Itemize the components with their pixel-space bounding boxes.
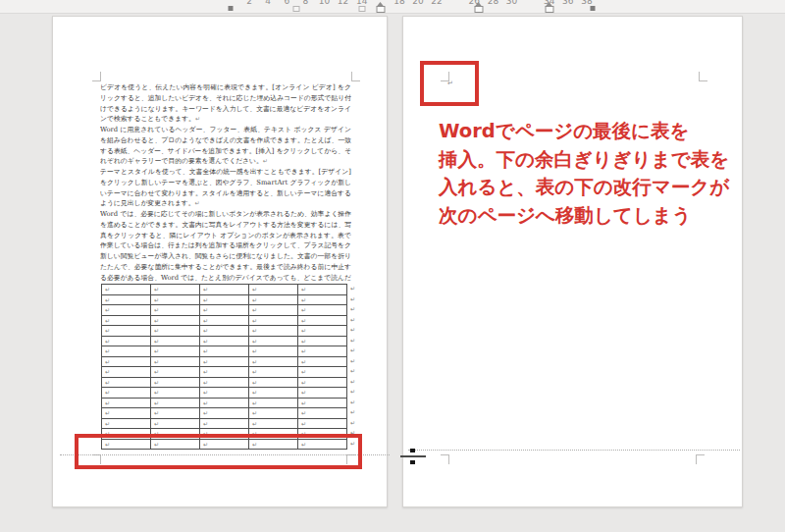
table-cell[interactable]: ↵	[200, 399, 249, 409]
table-cell[interactable]: ↵	[102, 305, 151, 316]
horizontal-ruler[interactable]: 2468101214182022262830343638	[0, 0, 785, 14]
table-cell[interactable]: ↵	[151, 305, 200, 316]
indent-marker-icon[interactable]	[545, 6, 553, 13]
table-cell[interactable]: ↵	[249, 295, 298, 306]
text-boundary-mark-bottom-right	[696, 454, 705, 464]
table-cell[interactable]: ↵	[249, 367, 298, 378]
table-cell[interactable]: ↵	[249, 305, 298, 316]
ruler-tick: 2	[246, 0, 252, 6]
table-cell[interactable]: ↵	[249, 408, 298, 419]
ruler-marker-icon[interactable]	[590, 6, 595, 11]
table-cell[interactable]: ↵	[151, 419, 200, 430]
table-cell[interactable]: ↵	[200, 388, 249, 399]
table-cell[interactable]: ↵	[102, 408, 151, 419]
paragraph[interactable]: ビデオを使うと、伝えたい内容を明確に表現できます。[オンライン ビデオ] をクリ…	[100, 82, 351, 125]
table-cell[interactable]: ↵	[151, 378, 200, 389]
table-cell[interactable]: ↵	[200, 367, 249, 378]
paragraph[interactable]: 新しい閲覧ビューが導入され、閲覧もさらに便利になりました。文書の一部を折りたたん…	[100, 251, 351, 283]
table-cell[interactable]: ↵	[298, 408, 347, 419]
document-page-2[interactable]: ↵ Wordでページの最後に表を挿入。下の余白ぎりぎりまで表を入れると、表の下の…	[402, 16, 743, 507]
table-cell[interactable]: ↵	[151, 285, 200, 295]
indent-marker-icon[interactable]	[475, 6, 484, 13]
table-cell[interactable]: ↵	[200, 305, 249, 316]
paragraph[interactable]: Word では、必要に応じてその場に新しいボタンが表示されるため、効率よく操作を…	[100, 209, 351, 251]
ruler-marker-icon[interactable]	[229, 6, 234, 11]
table-cell[interactable]: ↵	[249, 326, 298, 337]
table-cell[interactable]: ↵	[200, 378, 249, 389]
table-cell[interactable]: ↵	[298, 326, 347, 337]
row-end-mark: ↵	[350, 356, 355, 367]
table-cell[interactable]: ↵	[249, 337, 298, 347]
table-cell[interactable]: ↵	[298, 419, 347, 430]
paragraph[interactable]: Word に用意されているヘッダー、フッター、表紙、テキスト ボックス デザイン…	[100, 125, 351, 167]
table-cell[interactable]: ↵	[200, 408, 249, 419]
table-cell[interactable]: ↵	[151, 408, 200, 419]
table-cell[interactable]: ↵	[298, 346, 347, 357]
table-cell[interactable]: ↵	[249, 357, 298, 368]
table-cell[interactable]: ↵	[102, 399, 151, 409]
table-cell[interactable]: ↵	[249, 316, 298, 327]
table-cell[interactable]: ↵	[249, 399, 298, 409]
table-cell[interactable]: ↵	[102, 285, 151, 295]
table-cell[interactable]: ↵	[102, 326, 151, 337]
table-cell[interactable]: ↵	[298, 367, 347, 378]
table-cell[interactable]: ↵	[200, 337, 249, 347]
table-cell[interactable]: ↵	[249, 378, 298, 389]
table-cell[interactable]: ↵	[102, 378, 151, 389]
table-cell[interactable]: ↵	[102, 388, 151, 399]
table-cell[interactable]: ↵	[298, 337, 347, 347]
ruler-marker-icon[interactable]	[292, 6, 299, 12]
row-end-mark: ↵	[350, 294, 355, 305]
table-cell[interactable]: ↵	[249, 388, 298, 399]
table-cell[interactable]: ↵	[298, 316, 347, 327]
table-cell[interactable]: ↵	[200, 357, 249, 368]
table-cell[interactable]: ↵	[102, 295, 151, 306]
table-cell[interactable]: ↵	[298, 388, 347, 399]
table-cell[interactable]: ↵	[200, 295, 249, 306]
document-page-1[interactable]: ビデオを使うと、伝えたい内容を明確に表現できます。[オンライン ビデオ] をクリ…	[52, 16, 388, 507]
table-cell[interactable]: ↵	[200, 326, 249, 337]
indent-marker-icon[interactable]	[376, 6, 385, 13]
table-cell[interactable]: ↵	[151, 388, 200, 399]
table-cell[interactable]: ↵	[151, 337, 200, 347]
text-boundary-mark-top-right	[351, 72, 360, 81]
table-cell[interactable]: ↵	[102, 419, 151, 430]
inserted-table[interactable]: ↵↵↵↵↵↵↵↵↵↵↵↵↵↵↵↵↵↵↵↵↵↵↵↵↵↵↵↵↵↵↵↵↵↵↵↵↵↵↵↵…	[101, 284, 347, 450]
paragraph[interactable]: テーマとスタイルを使って、文書全体の統一感を出すこともできます。[デザイン] を…	[100, 167, 351, 209]
table-cell[interactable]: ↵	[298, 357, 347, 368]
table-cell[interactable]: ↵	[249, 285, 298, 295]
table-cell[interactable]: ↵	[151, 295, 200, 306]
table-cell[interactable]: ↵	[200, 316, 249, 327]
table-cell[interactable]: ↵	[200, 419, 249, 430]
table-cell[interactable]: ↵	[151, 367, 200, 378]
table-cell[interactable]: ↵	[200, 346, 249, 357]
table-cell[interactable]: ↵	[298, 285, 347, 295]
table-cell[interactable]: ↵	[249, 419, 298, 430]
arrow-square-bottom	[410, 460, 415, 464]
table-cell[interactable]: ↵	[298, 305, 347, 316]
table-cell[interactable]: ↵	[151, 399, 200, 409]
row-end-mark: ↵	[350, 377, 355, 388]
table-cell[interactable]: ↵	[151, 357, 200, 368]
table-cell[interactable]: ↵	[249, 346, 298, 357]
paragraph-return-mark: ↵	[195, 115, 200, 122]
table-cell[interactable]: ↵	[102, 346, 151, 357]
annotation-line: Wordでページの最後に表を	[439, 118, 729, 146]
table-cell[interactable]: ↵	[151, 326, 200, 337]
table-cell[interactable]: ↵	[298, 378, 347, 389]
table-cell[interactable]: ↵	[151, 316, 200, 327]
ruler-marker-icon[interactable]	[358, 6, 365, 12]
row-end-mark: ↵	[350, 315, 355, 326]
body-text[interactable]: ビデオを使うと、伝えたい内容を明確に表現できます。[オンライン ビデオ] をクリ…	[100, 82, 351, 283]
table-cell[interactable]: ↵	[200, 285, 249, 295]
table-cell[interactable]: ↵	[102, 357, 151, 368]
table-cell[interactable]: ↵	[151, 346, 200, 357]
hide-whitespace-indicator-icon[interactable]	[400, 449, 426, 464]
row-end-mark: ↵	[350, 304, 355, 315]
table-cell[interactable]: ↵	[102, 337, 151, 347]
table-cell[interactable]: ↵	[102, 367, 151, 378]
ruler-tick: 30	[506, 0, 517, 6]
table-cell[interactable]: ↵	[298, 295, 347, 306]
table-cell[interactable]: ↵	[298, 399, 347, 409]
table-cell[interactable]: ↵	[102, 316, 151, 327]
